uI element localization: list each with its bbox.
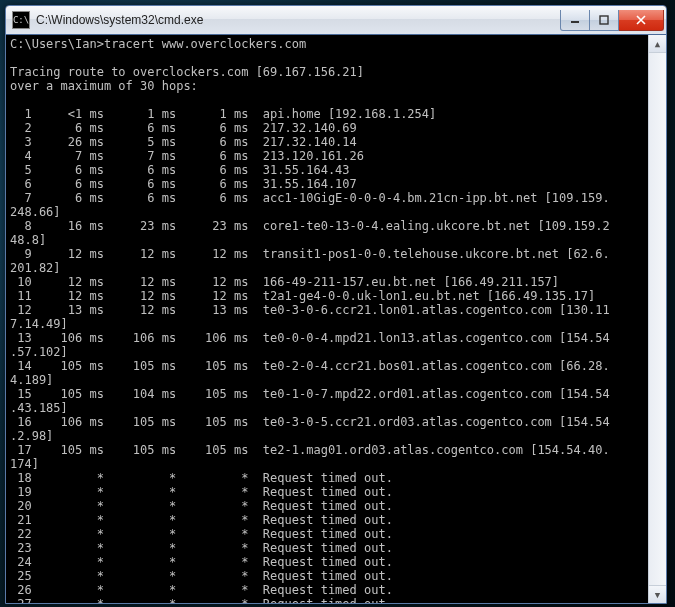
- scroll-up-button[interactable]: ▲: [649, 35, 666, 53]
- vertical-scrollbar[interactable]: ▲ ▼: [648, 35, 666, 603]
- cmd-window: C:\ C:\Windows\system32\cmd.exe C:\Users…: [5, 5, 667, 604]
- close-icon: [635, 15, 647, 25]
- terminal-output[interactable]: C:\Users\Ian>tracert www.overclockers.co…: [6, 35, 666, 603]
- maximize-button[interactable]: [590, 10, 619, 31]
- titlebar[interactable]: C:\ C:\Windows\system32\cmd.exe: [6, 6, 666, 35]
- minimize-button[interactable]: [560, 10, 590, 31]
- minimize-icon: [570, 15, 580, 25]
- svg-rect-1: [600, 16, 608, 24]
- window-controls: [560, 10, 664, 30]
- cmd-icon: C:\: [12, 11, 30, 29]
- scroll-down-button[interactable]: ▼: [649, 585, 666, 603]
- svg-rect-0: [571, 21, 579, 23]
- close-button[interactable]: [619, 10, 664, 31]
- window-title: C:\Windows\system32\cmd.exe: [36, 13, 560, 27]
- maximize-icon: [599, 15, 609, 25]
